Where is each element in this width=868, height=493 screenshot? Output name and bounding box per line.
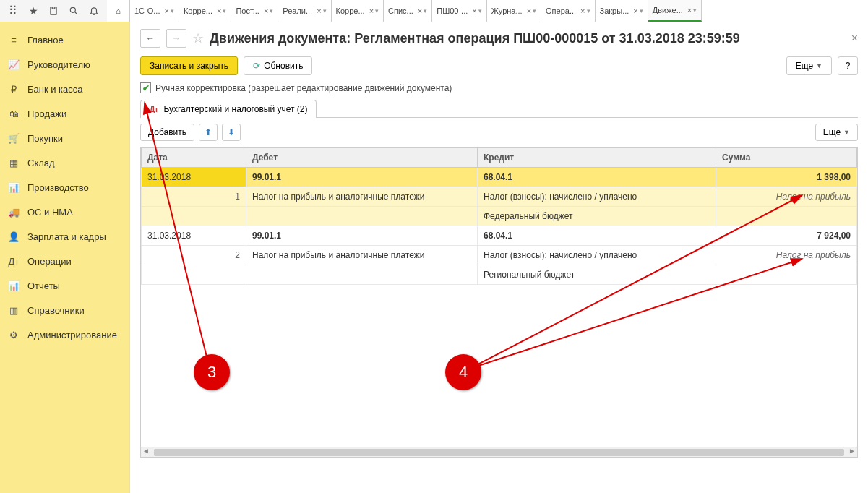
tab-close-icon[interactable]: × [527, 7, 531, 15]
sidebar-item[interactable]: 📊Отчеты [0, 273, 129, 298]
manual-correction-checkbox[interactable]: ✔ [140, 82, 151, 93]
tab-close-icon[interactable]: × [264, 7, 268, 15]
sidebar-item[interactable]: 📈Руководителю [0, 52, 129, 77]
chevron-down-icon: ▾ [533, 7, 536, 14]
tab[interactable]: Опера...×▾ [541, 0, 595, 22]
sidebar-item-label: ОС и НМА [27, 207, 73, 218]
cell-empty [716, 265, 857, 285]
chevron-down-icon: ▾ [693, 7, 697, 14]
move-up-button[interactable]: ⬆ [199, 124, 218, 141]
col-credit[interactable]: Кредит [478, 148, 716, 168]
sidebar-item[interactable]: 👤Зарплата и кадры [0, 224, 129, 249]
more-button[interactable]: Еще ▼ [786, 56, 832, 75]
sidebar-item[interactable]: ▦Склад [0, 150, 129, 175]
sidebar-item[interactable]: 🛒Покупки [0, 126, 129, 150]
cell-credit-desc2: Федеральный бюджет [478, 207, 716, 226]
apps-icon[interactable]: ⠿ [3, 1, 23, 21]
more-label: Еще [796, 61, 813, 71]
tab[interactable]: Корре...×▾ [332, 0, 384, 22]
tab[interactable]: Пост...×▾ [231, 0, 278, 22]
table-row[interactable]: 2Налог на прибыль и аналогичные платежиН… [142, 246, 857, 265]
tab-close-icon[interactable]: × [418, 7, 422, 15]
bell-icon[interactable] [84, 1, 104, 21]
sidebar-item[interactable]: 📊Производство [0, 175, 129, 200]
table-row[interactable]: Региональный бюджет [142, 265, 857, 285]
cell-credit-account: 68.04.1 [478, 226, 716, 246]
cell-sum-note: Налог на прибыль [716, 246, 857, 265]
nav-forward-button[interactable]: → [166, 29, 186, 48]
help-button[interactable]: ? [838, 56, 858, 75]
tab-close-icon[interactable]: × [164, 7, 168, 15]
tab[interactable]: 1С-О...×▾ [130, 0, 179, 22]
tab-close-icon[interactable]: × [633, 7, 637, 15]
tab[interactable]: Движе...×▾ [648, 0, 702, 22]
tab[interactable]: ПШ00-...×▾ [432, 0, 487, 22]
search-icon[interactable] [64, 1, 84, 21]
table-more-button[interactable]: Еще ▼ [815, 124, 858, 141]
sidebar-icon: ≡ [7, 33, 20, 46]
movements-table: Дата Дебет Кредит Сумма 31.03.201899.01.… [140, 147, 858, 458]
home-tab[interactable]: ⌂ [107, 0, 130, 22]
col-debit[interactable]: Дебет [246, 148, 478, 168]
tab[interactable]: Журна...×▾ [487, 0, 541, 22]
sidebar-item[interactable]: ▥Справочники [0, 298, 129, 322]
save-close-button[interactable]: Записать и закрыть [140, 56, 238, 75]
callout-3: 3 [194, 354, 230, 390]
table-header-row: Дата Дебет Кредит Сумма [142, 148, 857, 168]
tab-close-icon[interactable]: × [687, 6, 692, 14]
tab-label: Пост... [236, 7, 259, 15]
col-sum[interactable]: Сумма [716, 148, 857, 168]
tab[interactable]: Спис...×▾ [384, 0, 432, 22]
table-row[interactable]: Федеральный бюджет [142, 207, 857, 226]
horizontal-scrollbar[interactable] [141, 447, 857, 457]
sidebar-item[interactable]: 🛍Продажи [0, 101, 129, 126]
refresh-button[interactable]: ⟳ Обновить [244, 56, 312, 75]
cell-debit-desc: Налог на прибыль и аналогичные платежи [246, 187, 478, 207]
clipboard-icon[interactable] [43, 1, 64, 21]
tab-label: Журна... [491, 7, 523, 15]
sidebar-item[interactable]: ₽Банк и касса [0, 77, 129, 101]
svg-rect-0 [51, 7, 56, 14]
table-row[interactable]: 1Налог на прибыль и аналогичные платежиН… [142, 187, 857, 207]
header-row: ← → ☆ Движения документа: Регламентная о… [140, 29, 858, 48]
cell-credit-desc: Налог (взносы): начислено / уплачено [478, 187, 716, 207]
top-bar: ⠿ ★ ⌂1С-О...×▾Корре...×▾Пост...×▾Реали..… [0, 0, 868, 22]
manual-correction-label: Ручная корректировка (разрешает редактир… [155, 83, 452, 93]
table-row[interactable]: 31.03.201899.01.168.04.11 398,00 [142, 168, 857, 187]
tab[interactable]: Закры...×▾ [596, 0, 648, 22]
tab-close-icon[interactable]: × [580, 7, 585, 15]
dt-kt-icon: Дт [150, 106, 158, 113]
tab-close-icon[interactable]: × [217, 7, 221, 15]
sidebar-item[interactable]: 🚚ОС и НМА [0, 200, 129, 224]
sidebar-item[interactable]: ⚙Администрирование [0, 322, 129, 347]
scroll-thumb[interactable] [154, 449, 844, 456]
cell-empty [716, 207, 857, 226]
tab[interactable]: Корре...×▾ [179, 0, 231, 22]
cell-sum-note: Налог на прибыль [716, 187, 857, 207]
move-down-button[interactable]: ⬇ [222, 124, 241, 141]
star-icon[interactable]: ★ [23, 1, 43, 21]
tab-close-icon[interactable]: × [317, 7, 321, 15]
tab-label: Движе... [653, 6, 683, 14]
favorite-star-icon[interactable]: ☆ [192, 30, 204, 46]
col-date[interactable]: Дата [142, 148, 246, 168]
cell-debit-account: 99.01.1 [246, 226, 478, 246]
accounting-subtab[interactable]: Дт Бухгалтерский и налоговый учет (2) [140, 100, 317, 118]
sidebar-item[interactable]: ДтОперации [0, 249, 129, 273]
tab-label: Корре... [336, 7, 365, 15]
cell-credit-account: 68.04.1 [478, 168, 716, 187]
close-page-icon[interactable]: × [851, 32, 858, 45]
page-title: Движения документа: Регламентная операци… [210, 31, 740, 46]
tab-close-icon[interactable]: × [472, 7, 476, 15]
cell-empty [142, 265, 246, 285]
sidebar-item[interactable]: ≡Главное [0, 27, 129, 52]
tab-close-icon[interactable]: × [369, 7, 374, 15]
tab[interactable]: Реали...×▾ [278, 0, 331, 22]
svg-point-1 [70, 7, 75, 12]
tab-bar: ⌂1С-О...×▾Корре...×▾Пост...×▾Реали...×▾К… [107, 0, 868, 22]
table-row[interactable]: 31.03.201899.01.168.04.17 924,00 [142, 226, 857, 246]
chevron-down-icon: ▾ [640, 7, 643, 14]
tab-label: ПШ00-... [437, 7, 468, 15]
add-button[interactable]: Добавить [140, 124, 194, 141]
nav-back-button[interactable]: ← [140, 29, 160, 48]
